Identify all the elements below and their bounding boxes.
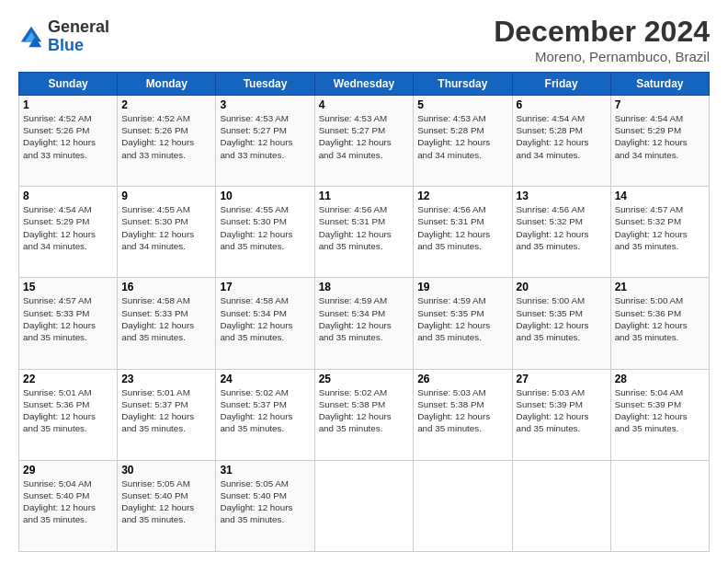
- table-row: 31Sunrise: 5:05 AM Sunset: 5:40 PM Dayli…: [216, 460, 314, 551]
- logo-text: General Blue: [48, 18, 109, 55]
- page: General Blue December 2024 Moreno, Perna…: [0, 0, 728, 563]
- day-info: Sunrise: 5:02 AM Sunset: 5:38 PM Dayligh…: [319, 386, 410, 435]
- table-row: 20Sunrise: 5:00 AM Sunset: 5:35 PM Dayli…: [512, 278, 610, 369]
- day-info: Sunrise: 4:58 AM Sunset: 5:33 PM Dayligh…: [121, 294, 211, 343]
- table-row: 27Sunrise: 5:03 AM Sunset: 5:39 PM Dayli…: [512, 369, 610, 460]
- col-monday: Monday: [118, 73, 216, 96]
- day-info: Sunrise: 4:57 AM Sunset: 5:32 PM Dayligh…: [615, 203, 705, 252]
- day-info: Sunrise: 4:52 AM Sunset: 5:26 PM Dayligh…: [121, 112, 211, 161]
- day-number: 31: [220, 464, 310, 477]
- day-number: 16: [121, 281, 211, 293]
- table-row: 17Sunrise: 4:58 AM Sunset: 5:34 PM Dayli…: [216, 278, 314, 369]
- day-info: Sunrise: 5:04 AM Sunset: 5:39 PM Dayligh…: [615, 386, 705, 435]
- day-number: 24: [220, 373, 310, 385]
- location-title: Moreno, Pernambuco, Brazil: [494, 49, 710, 64]
- day-info: Sunrise: 5:02 AM Sunset: 5:37 PM Dayligh…: [220, 386, 310, 435]
- day-info: Sunrise: 4:58 AM Sunset: 5:34 PM Dayligh…: [220, 294, 310, 343]
- day-info: Sunrise: 4:55 AM Sunset: 5:30 PM Dayligh…: [220, 203, 310, 252]
- day-number: 23: [121, 373, 211, 385]
- day-number: 2: [121, 98, 211, 111]
- day-number: 5: [417, 98, 507, 111]
- day-number: 14: [615, 190, 705, 202]
- table-row: 10Sunrise: 4:55 AM Sunset: 5:30 PM Dayli…: [216, 187, 314, 278]
- day-info: Sunrise: 4:59 AM Sunset: 5:35 PM Dayligh…: [417, 294, 507, 343]
- calendar-week-row: 15Sunrise: 4:57 AM Sunset: 5:33 PM Dayli…: [19, 278, 710, 369]
- calendar-week-row: 29Sunrise: 5:04 AM Sunset: 5:40 PM Dayli…: [19, 460, 710, 551]
- table-row: 8Sunrise: 4:54 AM Sunset: 5:29 PM Daylig…: [19, 187, 118, 278]
- table-row: 25Sunrise: 5:02 AM Sunset: 5:38 PM Dayli…: [314, 369, 414, 460]
- day-info: Sunrise: 4:54 AM Sunset: 5:29 PM Dayligh…: [23, 203, 113, 252]
- day-number: 30: [121, 464, 211, 477]
- calendar-header-row: Sunday Monday Tuesday Wednesday Thursday…: [19, 73, 710, 96]
- day-info: Sunrise: 5:01 AM Sunset: 5:37 PM Dayligh…: [121, 386, 211, 435]
- day-number: 25: [319, 373, 410, 385]
- day-number: 11: [319, 190, 410, 202]
- day-info: Sunrise: 4:59 AM Sunset: 5:34 PM Dayligh…: [319, 294, 410, 343]
- day-info: Sunrise: 5:04 AM Sunset: 5:40 PM Dayligh…: [23, 477, 113, 526]
- day-number: 22: [23, 373, 113, 385]
- col-wednesday: Wednesday: [314, 73, 414, 96]
- table-row: 11Sunrise: 4:56 AM Sunset: 5:31 PM Dayli…: [314, 187, 414, 278]
- day-number: 17: [220, 281, 310, 293]
- day-number: 3: [220, 98, 310, 111]
- table-row: 28Sunrise: 5:04 AM Sunset: 5:39 PM Dayli…: [610, 369, 709, 460]
- day-number: 18: [319, 281, 410, 293]
- day-number: 13: [517, 190, 607, 202]
- col-friday: Friday: [512, 73, 610, 96]
- day-number: 20: [517, 281, 607, 293]
- table-row: 9Sunrise: 4:55 AM Sunset: 5:30 PM Daylig…: [118, 187, 216, 278]
- table-row: 18Sunrise: 4:59 AM Sunset: 5:34 PM Dayli…: [314, 278, 414, 369]
- day-info: Sunrise: 4:53 AM Sunset: 5:27 PM Dayligh…: [220, 112, 310, 161]
- day-number: 27: [517, 373, 607, 385]
- logo-icon: [18, 24, 44, 50]
- table-row: 26Sunrise: 5:03 AM Sunset: 5:38 PM Dayli…: [414, 369, 512, 460]
- col-thursday: Thursday: [414, 73, 512, 96]
- day-info: Sunrise: 5:05 AM Sunset: 5:40 PM Dayligh…: [121, 477, 211, 526]
- day-number: 6: [517, 98, 607, 111]
- day-info: Sunrise: 5:00 AM Sunset: 5:36 PM Dayligh…: [615, 294, 705, 343]
- col-saturday: Saturday: [610, 73, 709, 96]
- table-row: 19Sunrise: 4:59 AM Sunset: 5:35 PM Dayli…: [414, 278, 512, 369]
- table-row: [512, 460, 610, 551]
- day-info: Sunrise: 4:56 AM Sunset: 5:31 PM Dayligh…: [319, 203, 410, 252]
- day-info: Sunrise: 5:03 AM Sunset: 5:39 PM Dayligh…: [517, 386, 607, 435]
- day-info: Sunrise: 4:54 AM Sunset: 5:29 PM Dayligh…: [615, 112, 705, 161]
- col-sunday: Sunday: [19, 73, 118, 96]
- table-row: 15Sunrise: 4:57 AM Sunset: 5:33 PM Dayli…: [19, 278, 118, 369]
- day-number: 4: [319, 98, 410, 111]
- table-row: 22Sunrise: 5:01 AM Sunset: 5:36 PM Dayli…: [19, 369, 118, 460]
- table-row: 29Sunrise: 5:04 AM Sunset: 5:40 PM Dayli…: [19, 460, 118, 551]
- day-info: Sunrise: 4:54 AM Sunset: 5:28 PM Dayligh…: [517, 112, 607, 161]
- table-row: 4Sunrise: 4:53 AM Sunset: 5:27 PM Daylig…: [314, 96, 414, 187]
- day-number: 8: [23, 190, 113, 202]
- table-row: 24Sunrise: 5:02 AM Sunset: 5:37 PM Dayli…: [216, 369, 314, 460]
- table-row: [314, 460, 414, 551]
- table-row: 3Sunrise: 4:53 AM Sunset: 5:27 PM Daylig…: [216, 96, 314, 187]
- table-row: 14Sunrise: 4:57 AM Sunset: 5:32 PM Dayli…: [610, 187, 709, 278]
- day-number: 15: [23, 281, 113, 293]
- day-number: 26: [417, 373, 507, 385]
- day-info: Sunrise: 5:00 AM Sunset: 5:35 PM Dayligh…: [517, 294, 607, 343]
- table-row: 16Sunrise: 4:58 AM Sunset: 5:33 PM Dayli…: [118, 278, 216, 369]
- day-info: Sunrise: 4:53 AM Sunset: 5:27 PM Dayligh…: [319, 112, 410, 161]
- calendar: Sunday Monday Tuesday Wednesday Thursday…: [18, 72, 710, 552]
- table-row: [610, 460, 709, 551]
- day-info: Sunrise: 4:56 AM Sunset: 5:32 PM Dayligh…: [517, 203, 607, 252]
- table-row: 1Sunrise: 4:52 AM Sunset: 5:26 PM Daylig…: [19, 96, 118, 187]
- table-row: 21Sunrise: 5:00 AM Sunset: 5:36 PM Dayli…: [610, 278, 709, 369]
- table-row: [414, 460, 512, 551]
- day-info: Sunrise: 5:05 AM Sunset: 5:40 PM Dayligh…: [220, 477, 310, 526]
- month-title: December 2024: [494, 15, 710, 49]
- day-number: 21: [615, 281, 705, 293]
- header: General Blue December 2024 Moreno, Perna…: [18, 15, 710, 64]
- calendar-week-row: 8Sunrise: 4:54 AM Sunset: 5:29 PM Daylig…: [19, 187, 710, 278]
- day-number: 1: [23, 98, 113, 111]
- day-number: 28: [615, 373, 705, 385]
- table-row: 23Sunrise: 5:01 AM Sunset: 5:37 PM Dayli…: [118, 369, 216, 460]
- day-info: Sunrise: 4:56 AM Sunset: 5:31 PM Dayligh…: [417, 203, 507, 252]
- day-number: 9: [121, 190, 211, 202]
- table-row: 12Sunrise: 4:56 AM Sunset: 5:31 PM Dayli…: [414, 187, 512, 278]
- calendar-week-row: 1Sunrise: 4:52 AM Sunset: 5:26 PM Daylig…: [19, 96, 710, 187]
- logo: General Blue: [18, 18, 109, 55]
- day-info: Sunrise: 4:53 AM Sunset: 5:28 PM Dayligh…: [417, 112, 507, 161]
